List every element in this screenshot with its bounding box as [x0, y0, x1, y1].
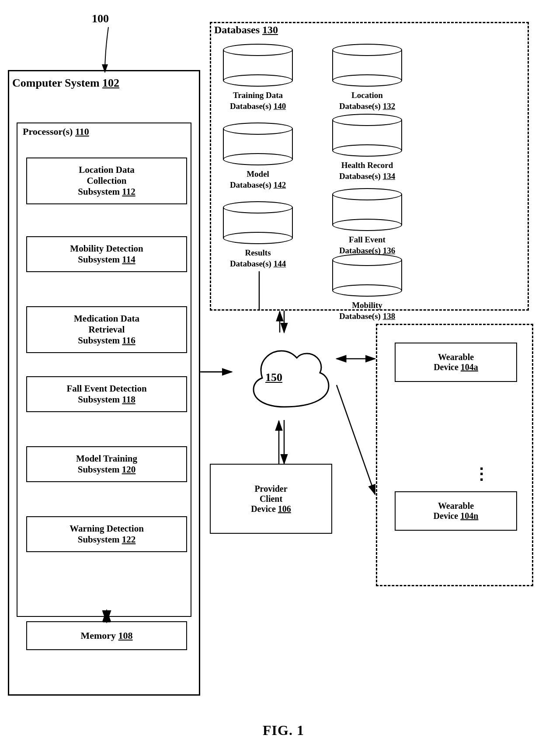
ref-100-label: 100 [92, 12, 109, 25]
databases-label: Databases 130 [214, 24, 278, 36]
memory-box: Memory 108 [26, 621, 187, 650]
subsystem-116: Medication DataRetrievalSubsystem 116 [26, 306, 187, 353]
figure-label: FIG. 1 [263, 722, 304, 738]
provider-client-device: ProviderClientDevice 106 [210, 464, 332, 534]
network-ref-label: 150 [265, 371, 282, 384]
wearable-104a: WearableDevice 104a [395, 343, 517, 382]
subsystem-114: Mobility DetectionSubsystem 114 [26, 236, 187, 272]
subsystem-112: Location DataCollectionSubsystem 112 [26, 158, 187, 204]
db-132: LocationDatabase(s) 132 [332, 44, 402, 112]
subsystem-120: Model TrainingSubsystem 120 [26, 446, 187, 482]
subsystem-118: Fall Event DetectionSubsystem 118 [26, 376, 187, 412]
db-142: ModelDatabase(s) 142 [223, 122, 293, 190]
dots-separator: ⋮ [473, 465, 492, 483]
wearable-104n: WearableDevice 104n [395, 491, 517, 531]
db-140: Training DataDatabase(s) 140 [223, 44, 293, 112]
diagram-container: 100 Computer System 102 Processor(s) 110… [0, 0, 542, 756]
db-138: MobilityDatabase(s) 138 [332, 254, 402, 322]
db-136: Fall EventDatabase(s) 136 [332, 188, 402, 256]
computer-system-label: Computer System 102 [12, 77, 119, 90]
db-134: Health RecordDatabase(s) 134 [332, 114, 402, 182]
wearables-box: WearableDevice 104a ⋮ WearableDevice 104… [376, 324, 533, 586]
svg-line-12 [337, 385, 375, 494]
subsystem-122: Warning DetectionSubsystem 122 [26, 516, 187, 552]
db-144: ResultsDatabase(s) 144 [223, 201, 293, 269]
processors-label: Processor(s) 110 [23, 126, 89, 137]
cloud-network [232, 332, 337, 420]
